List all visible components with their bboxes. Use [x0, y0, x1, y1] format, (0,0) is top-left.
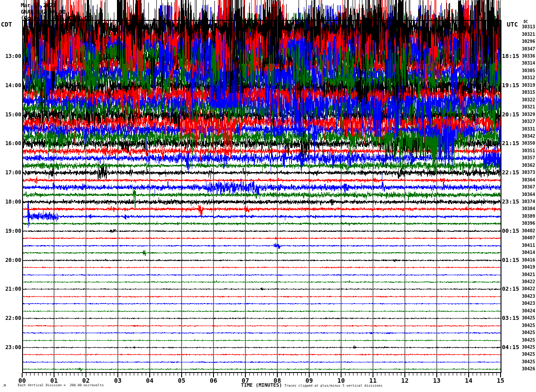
- dc-value-row-6: 30314: [522, 61, 535, 65]
- dc-value-row-37: 30422: [522, 286, 535, 291]
- dc-value-row-15: 30331: [522, 127, 535, 131]
- dc-value-row-13: 30329: [522, 112, 535, 117]
- dc-value-row-41: 30425: [522, 315, 535, 320]
- x-label-13: 13: [433, 377, 441, 384]
- dc-value-row-7: 30305: [522, 68, 535, 73]
- dc-value-row-39: 30423: [522, 301, 535, 306]
- dc-value-row-45: 30425: [522, 345, 535, 350]
- dc-value-row-42: 30425: [522, 323, 535, 328]
- dc-value-row-16: 30342: [522, 134, 535, 138]
- dc-value-row-14: 30327: [522, 119, 535, 124]
- dc-value-row-22: 30364: [522, 177, 535, 182]
- dc-value-row-29: 30402: [522, 228, 535, 233]
- dc-value-row-43: 30425: [522, 330, 535, 335]
- right-time-2215: 22:15: [502, 169, 519, 176]
- dc-value-row-2: 30321: [522, 32, 535, 37]
- dc-value-row-1: 30313: [522, 24, 535, 29]
- dc-value-row-31: 30411: [522, 243, 535, 248]
- right-time-0215: 02:15: [502, 285, 519, 292]
- x-label-06: 06: [210, 377, 218, 384]
- right-time-0415: 04:15: [502, 344, 519, 350]
- helicorder-page: Mar 13,2021 GNAR HHZ NM 00 (Gosnell, AR)…: [0, 0, 536, 392]
- left-time-2100: 21:00: [4, 286, 21, 292]
- dc-value-row-3: 30296: [522, 39, 535, 44]
- left-time-1900: 19:00: [4, 228, 21, 234]
- dc-value-row-9: 30319: [522, 83, 535, 88]
- header-location: (Gosnell, AR) (CERI,DD): [21, 15, 94, 21]
- dc-value-row-30: 30407: [522, 235, 535, 240]
- dc-value-row-26: 30384: [522, 206, 535, 211]
- header-station: GNAR HHZ NM 00: [21, 9, 66, 15]
- dc-value-row-32: 30414: [522, 250, 535, 255]
- dc-value-row-23: 30367: [522, 184, 535, 189]
- right-time-1815: 18:15: [502, 53, 519, 59]
- dc-value-row-28: 30396: [522, 221, 535, 226]
- right-timezone-label: UTC: [507, 21, 518, 28]
- x-label-03: 03: [114, 377, 122, 384]
- dc-value-row-19: 30357: [522, 155, 535, 160]
- left-time-1600: 16:00: [4, 140, 21, 146]
- dc-value-row-48: 30426: [522, 366, 535, 371]
- dc-value-row-4: 30347: [522, 46, 535, 51]
- left-timezone-label: CDT: [1, 21, 12, 28]
- x-axis-title: TIME (MINUTES): [241, 382, 282, 388]
- dc-value-row-44: 30425: [522, 338, 535, 342]
- dc-value-row-27: 30389: [522, 214, 535, 219]
- dc-value-row-18: 30351: [522, 148, 535, 153]
- dc-value-row-33: 30416: [522, 257, 535, 262]
- dc-value-row-25: 30374: [522, 199, 535, 204]
- left-time-1400: 14:00: [4, 82, 21, 88]
- dc-value-row-40: 30424: [522, 308, 535, 313]
- right-time-1915: 19:15: [502, 82, 519, 88]
- x-label-14: 14: [465, 377, 473, 384]
- dc-value-row-34: 30419: [522, 265, 535, 269]
- helicorder-canvas: [0, 0, 536, 392]
- header-date: Mar 13,2021: [21, 2, 56, 8]
- left-time-2300: 23:00: [4, 344, 21, 350]
- dc-value-row-46: 30425: [522, 352, 535, 357]
- left-time-1700: 17:00: [4, 169, 21, 176]
- x-label-15: 15: [497, 377, 505, 384]
- right-time-2315: 23:15: [502, 198, 519, 205]
- dc-value-row-20: 30362: [522, 163, 535, 168]
- dc-value-row-21: 30373: [522, 170, 535, 175]
- right-time-0015: 00:15: [502, 227, 519, 234]
- corner-units-label: .M: [2, 384, 6, 388]
- x-label-12: 12: [401, 377, 409, 384]
- dc-value-row-35: 30421: [522, 272, 535, 277]
- dc-value-row-5: 30336: [522, 54, 535, 58]
- dc-value-row-38: 30423: [522, 294, 535, 299]
- right-time-0315: 03:15: [502, 315, 519, 321]
- x-label-10: 10: [338, 377, 345, 384]
- dc-value-row-17: 30350: [522, 141, 535, 146]
- dc-value-row-12: 30321: [522, 104, 535, 109]
- dc-value-row-10: 30315: [522, 90, 535, 95]
- right-time-2015: 20:15: [502, 111, 519, 118]
- left-time-1800: 18:00: [4, 199, 21, 205]
- x-label-09: 09: [306, 377, 313, 384]
- x-label-11: 11: [369, 377, 377, 384]
- dc-column-header: DC: [524, 20, 528, 24]
- dc-value-row-24: 30364: [522, 192, 535, 197]
- x-label-05: 05: [178, 377, 186, 384]
- right-time-0115: 01:15: [502, 257, 519, 263]
- dc-value-row-11: 30322: [522, 97, 535, 102]
- dc-value-row-8: 30312: [522, 75, 535, 80]
- left-time-2000: 20:00: [4, 257, 21, 263]
- left-time-1500: 15:00: [4, 111, 21, 118]
- x-label-04: 04: [146, 377, 154, 384]
- dc-value-row-36: 30422: [522, 279, 535, 284]
- right-time-2115: 21:15: [502, 140, 519, 146]
- footer-clip-note: Traces clipped at plus/minus 5 vertical …: [284, 384, 382, 388]
- dc-value-row-47: 30425: [522, 359, 535, 364]
- left-time-2200: 22:00: [4, 315, 21, 321]
- footer-scale-note: Each Vertical Division = 200.00 microvol…: [18, 383, 104, 387]
- left-time-1300: 13:00: [4, 53, 21, 59]
